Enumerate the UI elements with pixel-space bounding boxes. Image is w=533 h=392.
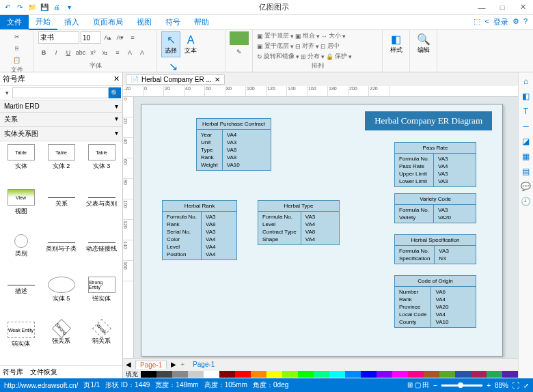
shape-desc[interactable]: 描述 xyxy=(3,277,39,318)
shape-strong-entity[interactable]: Strong Entity强实体 xyxy=(83,277,120,318)
center-button[interactable]: ⊡ 居中 xyxy=(320,42,340,51)
paste-icon[interactable]: 📋 xyxy=(12,55,23,66)
home-icon[interactable]: ⌂ xyxy=(523,76,528,86)
prev-page-icon[interactable]: ◀ xyxy=(126,361,131,368)
layer-tool-icon[interactable]: ▤ xyxy=(522,167,530,176)
add-page-icon[interactable]: + xyxy=(180,361,184,368)
cut-icon[interactable]: ✂ xyxy=(12,31,23,42)
rotate-button[interactable]: ↻ 旋转和镜像 ▾ xyxy=(257,52,299,61)
size-button[interactable]: ↔ 大小 ▾ xyxy=(321,31,346,40)
zoom-in-icon[interactable]: + xyxy=(487,382,491,389)
open-icon[interactable]: 📁 xyxy=(27,3,37,12)
shape-category[interactable]: 类别 xyxy=(3,234,39,272)
underline-icon[interactable]: U xyxy=(63,47,74,58)
zoom-out-icon[interactable]: − xyxy=(433,382,437,389)
tab-insert[interactable]: 插入 xyxy=(57,15,86,29)
distribute-button[interactable]: ⊞ 分布 ▾ xyxy=(301,52,325,61)
redo-icon[interactable]: ↷ xyxy=(15,3,25,12)
entity-type[interactable]: Herbal Type Formula No.LevelContract Typ… xyxy=(258,200,340,245)
tab-help[interactable]: 帮助 xyxy=(187,15,216,29)
entity-rank[interactable]: Herbal Rank Formula No.RankSerial No.Col… xyxy=(162,200,237,260)
print-icon[interactable]: 🖨 xyxy=(52,3,62,12)
text-tool-icon[interactable]: T xyxy=(523,107,528,116)
line-color-icon[interactable]: ✎ xyxy=(234,46,245,57)
canvas[interactable]: Herbal Company ER Diagram Herbal Purchas… xyxy=(134,97,518,358)
entity-spec[interactable]: Herbal Specification Formula No.Specific… xyxy=(394,234,476,264)
shape-dynamic-link[interactable]: 动态链接线 xyxy=(83,234,120,272)
collapse-ribbon-icon[interactable]: ⬚ xyxy=(474,17,480,27)
fullscreen-icon[interactable]: ⤢ xyxy=(523,382,529,389)
diagram-title[interactable]: Herbal Company ER Diagram xyxy=(365,111,492,130)
italic-icon[interactable]: I xyxy=(51,47,62,58)
footer-tab-recovery[interactable]: 文件恢复 xyxy=(30,367,57,377)
library-menu-icon[interactable]: ▾ xyxy=(1,87,12,98)
search-input[interactable] xyxy=(12,87,109,98)
send-back-button[interactable]: ▣ 置于底层 ▾ xyxy=(257,42,294,51)
undo-icon[interactable]: ↶ xyxy=(3,3,12,12)
line-tool-icon[interactable]: ─ xyxy=(523,122,529,131)
comment-icon[interactable]: 💬 xyxy=(521,182,531,191)
font-size-select[interactable] xyxy=(81,31,101,44)
close-button[interactable]: ✕ xyxy=(512,0,533,15)
category-martin-erd[interactable]: Martin ERD▾ xyxy=(0,100,122,113)
next-page-icon[interactable]: ▶ xyxy=(171,361,176,368)
decrease-font-icon[interactable]: A▾ xyxy=(115,32,126,43)
close-tab-icon[interactable]: ✕ xyxy=(215,76,220,83)
shape-parent-cat[interactable]: 父表与类别 xyxy=(83,189,120,230)
search-icon[interactable]: 🔍 xyxy=(109,87,121,98)
tab-view[interactable]: 视图 xyxy=(130,15,159,29)
strike-icon[interactable]: abc xyxy=(75,47,86,58)
view-mode-icon[interactable]: ⊞ ▢ 田 xyxy=(407,380,430,390)
shadow-tool-icon[interactable]: ◪ xyxy=(522,137,530,146)
shape-strong-rel[interactable]: Strong强关系 xyxy=(43,322,79,363)
document-tab[interactable]: 📄 Herbal Company ER ... ✕ xyxy=(126,74,225,85)
page-tab-2[interactable]: Page-1 xyxy=(189,361,219,368)
login-button[interactable]: 登录 xyxy=(493,17,508,27)
shape-relation[interactable]: 关系 xyxy=(43,189,79,230)
bold-icon[interactable]: B xyxy=(38,47,49,58)
align-button[interactable]: ⊟ 对齐 ▾ xyxy=(295,42,319,51)
page-tool-icon[interactable]: ▦ xyxy=(522,152,530,161)
page-tab-1[interactable]: Page-1 xyxy=(135,361,167,369)
save-icon[interactable]: 💾 xyxy=(40,3,49,12)
entity-origin[interactable]: Code of Origin NumberRankProvinceLocal C… xyxy=(394,275,476,328)
tab-layout[interactable]: 页面布局 xyxy=(86,15,130,29)
minimize-button[interactable]: — xyxy=(472,0,492,15)
fit-page-icon[interactable]: ⛶ xyxy=(512,382,519,389)
tab-home[interactable]: 开始 xyxy=(29,14,57,30)
highlight-icon[interactable]: A xyxy=(124,47,135,58)
entity-purchase[interactable]: Herbal Purchase Contract YearUnitTypeRan… xyxy=(196,118,271,171)
text-tool[interactable]: A文本 xyxy=(182,33,200,57)
settings-icon[interactable]: ⚙ xyxy=(512,17,519,27)
shape-cat-sub[interactable]: 类别与子类 xyxy=(43,234,79,272)
entity-variety[interactable]: Variety Code Formula No.VarietyVA3VA20 xyxy=(394,193,476,223)
font-name-select[interactable] xyxy=(38,31,79,44)
entity-passrate[interactable]: Pass Rate Formula No.Pass RateUpper Limi… xyxy=(394,142,476,187)
history-icon[interactable]: 🕘 xyxy=(521,197,531,206)
help-icon[interactable]: ? xyxy=(523,17,528,27)
bring-front-button[interactable]: ▣ 置于顶层 ▾ xyxy=(257,31,294,40)
maximize-button[interactable]: □ xyxy=(492,0,512,15)
shape-entity[interactable]: Table实体 xyxy=(3,144,39,185)
file-menu[interactable]: 文件 xyxy=(0,15,29,29)
qat-more-icon[interactable]: ▾ xyxy=(64,3,74,12)
sub-icon[interactable]: x₂ xyxy=(100,47,111,58)
shape-entity5[interactable]: 实体 5 xyxy=(43,277,79,318)
fill-color-icon[interactable] xyxy=(230,31,249,45)
super-icon[interactable]: x² xyxy=(87,47,98,58)
status-url[interactable]: http://www.edrawsoft.cn/ xyxy=(4,382,78,389)
protect-button[interactable]: 🔒 保护 ▾ xyxy=(326,52,352,61)
group-button[interactable]: ▣ 组合 ▾ xyxy=(295,31,320,40)
font-color-icon[interactable]: A xyxy=(137,47,148,58)
share-icon[interactable]: < xyxy=(484,17,489,27)
footer-tab-library[interactable]: 符号库 xyxy=(3,367,23,377)
zoom-value[interactable]: 88% xyxy=(495,382,508,389)
shape-entity2[interactable]: Table实体 2 xyxy=(43,144,79,185)
sidebar-close-icon[interactable]: ✕ xyxy=(113,74,120,83)
category-er[interactable]: 实体关系图▾ xyxy=(0,127,122,141)
copy-icon[interactable]: ⎘ xyxy=(12,43,23,54)
color-palette[interactable] xyxy=(141,371,518,378)
shape-weak-rel[interactable]: Weak弱关系 xyxy=(83,322,120,363)
tab-symbol[interactable]: 符号 xyxy=(159,15,187,29)
increase-font-icon[interactable]: A▴ xyxy=(102,32,113,43)
